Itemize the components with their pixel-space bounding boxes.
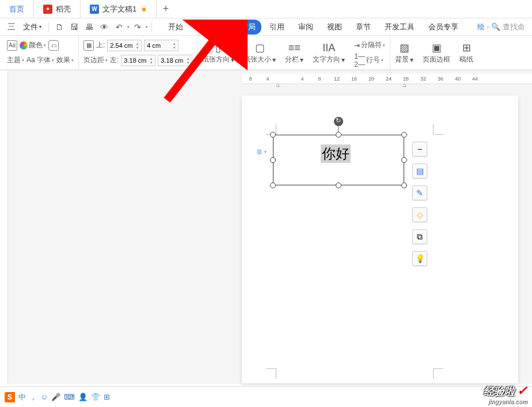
ime-zh[interactable]: 中 xyxy=(18,392,26,402)
ruler-indent-marker[interactable]: ⌂ xyxy=(403,82,406,88)
margin-r2b-input[interactable]: 3.18 cm▴▾ xyxy=(158,55,192,66)
tool-minus[interactable]: − xyxy=(412,142,427,157)
page-border[interactable]: ▣ 页面边框 xyxy=(418,36,455,70)
file-menu[interactable]: 文件 ▾ xyxy=(20,22,45,32)
resize-handle[interactable] xyxy=(336,132,341,138)
redo-more-icon[interactable]: ▾ xyxy=(146,25,148,29)
print-preview-icon[interactable]: 👁 xyxy=(97,20,111,34)
tab-document[interactable]: W 文字文稿1 ● xyxy=(81,0,157,18)
horizontal-ruler[interactable]: 8 4 4 8 12 16 20 24 28 32 36 40 44 ⌂ ⌂ xyxy=(242,74,532,84)
ime-grid-icon[interactable]: ⊞ xyxy=(104,393,110,401)
tool-bulb-icon[interactable]: 💡 xyxy=(412,251,427,266)
modified-indicator: ● xyxy=(141,5,147,14)
margin-button[interactable]: 页边距▾ xyxy=(83,55,108,65)
status-bar: S 中 ， ☺ 🎤 ⌨ 👤 👕 ⊞ 经验啦 ✓ jingyanla.com xyxy=(0,386,532,407)
resize-handle[interactable] xyxy=(270,182,276,188)
ime-punct[interactable]: ， xyxy=(29,392,37,402)
undo-more-icon[interactable]: ▾ xyxy=(127,25,130,29)
tab-add[interactable]: + xyxy=(157,0,175,18)
theme-shape-icon[interactable]: ▭ xyxy=(48,40,59,51)
theme-font-icon[interactable]: Aa xyxy=(7,40,17,51)
line-number-btn[interactable]: 1—2— 行号▾ xyxy=(354,52,383,69)
font-button[interactable]: Aa 字体▾ xyxy=(26,55,54,65)
theme-color[interactable]: 颜色▾ xyxy=(20,40,46,50)
watermark: 经验啦 ✓ jingyanla.com xyxy=(484,383,527,405)
tool-pen-icon[interactable]: ✎ xyxy=(412,185,427,200)
top-label: 上: xyxy=(96,40,105,50)
separator-btn[interactable]: ⇥ 分隔符▾ xyxy=(354,40,385,50)
new-icon[interactable]: 🗋 xyxy=(52,20,66,34)
columns[interactable]: ≡≡ 分栏▾ xyxy=(280,36,308,70)
layout-options-icon[interactable]: 🗎▾ xyxy=(256,146,267,158)
tab-daoke[interactable]: ✦ 稻壳 xyxy=(34,0,81,18)
ruler-tick: 32 xyxy=(415,76,432,82)
tab-section[interactable]: 章节 xyxy=(350,20,377,35)
background[interactable]: ▨ 背景▾ xyxy=(390,36,418,70)
paper-direction[interactable]: ▯ 纸张方向▾ xyxy=(197,36,239,70)
resize-handle[interactable] xyxy=(401,132,407,138)
document-tabs: 首页 ✦ 稻壳 W 文字文稿1 ● + xyxy=(0,0,532,18)
margin-left-input[interactable]: 3.18 cm▴▾ xyxy=(121,55,155,66)
sogou-icon[interactable]: S xyxy=(5,392,15,402)
hamburger-icon[interactable]: 三 xyxy=(5,20,18,34)
tab-page-layout[interactable]: 页面布局 xyxy=(220,20,261,35)
file-menu-label: 文件 xyxy=(23,22,38,32)
ime-user-icon[interactable]: 👤 xyxy=(78,393,88,401)
resize-handle[interactable] xyxy=(270,132,276,138)
chevron-right-icon[interactable]: › xyxy=(487,24,489,30)
ime-mic-icon[interactable]: 🎤 xyxy=(51,393,60,401)
chevron-down-icon: ▾ xyxy=(39,24,41,29)
resize-handle[interactable] xyxy=(270,157,276,163)
search-placeholder: 查找命 xyxy=(503,22,525,32)
ime-emoji-icon[interactable]: ☺ xyxy=(40,393,48,401)
ruler-tick: 12 xyxy=(328,76,345,82)
resize-handle[interactable] xyxy=(336,182,341,188)
tab-developer[interactable]: 开发工具 xyxy=(379,20,420,35)
textdir-icon: IIA xyxy=(322,41,336,55)
ruler-tick: 16 xyxy=(345,76,363,82)
tool-copy-icon[interactable]: ⧉ xyxy=(412,229,427,244)
draw-tab[interactable]: 绘 xyxy=(477,22,485,32)
margin-r2a-input[interactable]: 4 cm▴▾ xyxy=(144,40,178,51)
ruler-tick: 4 xyxy=(259,76,276,82)
color-label: 颜色 xyxy=(29,40,43,50)
document-page[interactable]: 🗎▾ 你好 − ▤ ✎ ◇ ⧉ 💡 xyxy=(242,96,518,383)
rotate-handle[interactable] xyxy=(334,117,343,126)
ime-shirt-icon[interactable]: 👕 xyxy=(91,393,100,401)
tab-review[interactable]: 审阅 xyxy=(292,20,319,35)
tab-home[interactable]: 首页 xyxy=(0,0,34,18)
theme-button[interactable]: 主题▾ xyxy=(7,55,24,65)
tab-member[interactable]: 会员专享 xyxy=(423,20,464,35)
tab-insert[interactable]: 插入 xyxy=(191,20,218,35)
draft-paper[interactable]: ⊞ 稿纸 xyxy=(455,36,478,70)
watermark-text: 经验啦 xyxy=(484,386,515,397)
paper-size[interactable]: ▢ 纸张大小▾ xyxy=(239,36,280,70)
text-box[interactable]: 你好 xyxy=(273,135,404,185)
text-direction[interactable]: IIA 文字方向▾ xyxy=(308,36,349,70)
undo-icon[interactable]: ↶ xyxy=(112,20,126,34)
ruler-tick: 24 xyxy=(380,76,397,82)
search-box[interactable]: 🔍 查找命 xyxy=(491,22,525,32)
tool-fill-icon[interactable]: ◇ xyxy=(412,207,427,222)
ruler-tick: 28 xyxy=(397,76,415,82)
effect-button[interactable]: 效果▾ xyxy=(56,55,74,65)
ruler-indent-marker[interactable]: ⌂ xyxy=(276,82,280,88)
tab-start[interactable]: 开始 xyxy=(162,20,189,35)
redo-icon[interactable]: ↷ xyxy=(131,20,145,34)
tool-wrap-icon[interactable]: ▤ xyxy=(412,163,427,178)
quick-access-bar: 三 文件 ▾ 🗋 🖫 🖶 👁 ↶ ▾ ↷ ▾ 开始 插入 页面布局 引用 审阅 … xyxy=(0,18,532,36)
save-icon[interactable]: 🖫 xyxy=(67,20,81,34)
resize-handle[interactable] xyxy=(401,182,407,188)
textbox-content[interactable]: 你好 xyxy=(321,144,351,163)
tab-view[interactable]: 视图 xyxy=(321,20,348,35)
group-linenum: ⇥ 分隔符▾ 1—2— 行号▾ xyxy=(349,36,390,70)
margin-icon[interactable]: ▦ xyxy=(83,40,94,51)
resize-handle[interactable] xyxy=(401,157,407,163)
left-label: 左: xyxy=(110,55,119,65)
print-icon[interactable]: 🖶 xyxy=(82,20,96,34)
tab-doc-label: 文字文稿1 xyxy=(102,4,136,14)
margin-top-input[interactable]: 2.54 cm▴▾ xyxy=(107,40,142,51)
tab-references[interactable]: 引用 xyxy=(264,20,290,35)
ime-keyboard-icon[interactable]: ⌨ xyxy=(64,393,75,401)
separator xyxy=(48,22,49,32)
